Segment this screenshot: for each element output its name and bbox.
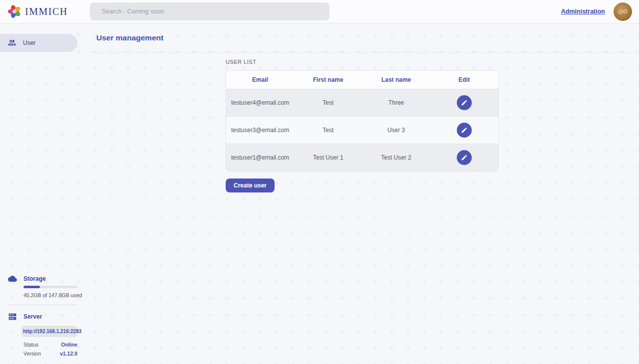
administration-link[interactable]: Administration <box>561 8 605 15</box>
people-icon <box>7 38 16 47</box>
cell-last-name: User 3 <box>362 116 430 144</box>
cell-first-name: Test <box>294 89 362 116</box>
server-icon <box>8 312 17 321</box>
user-avatar[interactable] <box>614 2 632 21</box>
pencil-icon <box>461 99 468 106</box>
cell-email: testuser3@email.com <box>226 116 294 144</box>
storage-section: Storage 45.2GB of 147.8GB used <box>8 275 77 298</box>
column-header-first-name: First name <box>294 71 362 89</box>
table-row: testuser3@email.com Test User 3 <box>226 116 498 144</box>
create-user-button[interactable]: Create user <box>226 179 275 192</box>
status-value: Online <box>61 342 77 348</box>
top-navbar: IMMICH Administration <box>0 0 639 23</box>
storage-progress-fill <box>23 286 40 288</box>
pencil-icon <box>461 154 468 161</box>
table-row: testuser4@email.com Test Three <box>226 89 498 116</box>
edit-user-button[interactable] <box>457 123 472 138</box>
server-url-link[interactable]: http://192.168.1.216:2283 <box>21 326 77 337</box>
brand-wordmark: IMMICH <box>25 6 68 17</box>
storage-usage-text: 45.2GB of 147.8GB used <box>23 292 77 298</box>
cell-email: testuser1@email.com <box>226 144 294 171</box>
immich-flower-logo-icon <box>8 5 21 18</box>
admin-sidebar: User Storage <box>0 23 85 364</box>
footer-divider <box>8 305 77 305</box>
server-title: Server <box>23 313 42 320</box>
brand-logo[interactable]: IMMICH <box>8 5 90 18</box>
sidebar-footer: Storage 45.2GB of 147.8GB used <box>0 275 85 357</box>
server-section: Server http://192.168.1.216:2283 Status … <box>8 312 77 357</box>
column-header-last-name: Last name <box>362 71 430 89</box>
user-table-card: Email First name Last name Edit testuser… <box>226 70 499 172</box>
cell-edit <box>430 116 498 144</box>
server-status-row: Status Online <box>23 342 77 348</box>
main-panel: User management USER LIST Email First na… <box>85 23 639 364</box>
user-table: Email First name Last name Edit testuser… <box>226 71 498 171</box>
version-value: v1.12.0 <box>60 351 77 357</box>
table-header-row: Email First name Last name Edit <box>226 71 498 89</box>
edit-user-button[interactable] <box>457 95 472 110</box>
server-version-row: Version v1.12.0 <box>23 351 77 357</box>
pencil-icon <box>461 127 468 134</box>
sidebar-item-user[interactable]: User <box>0 34 77 52</box>
sidebar-item-label: User <box>23 39 35 46</box>
page-title: User management <box>96 33 163 42</box>
cell-last-name: Three <box>362 89 430 116</box>
cell-first-name: Test User 1 <box>294 144 362 171</box>
storage-progress-bar <box>23 286 77 288</box>
immich-admin-app: IMMICH Administration <box>0 0 639 364</box>
column-header-edit: Edit <box>430 71 498 89</box>
user-list-content: USER LIST Email First name Last name Edi… <box>226 53 499 192</box>
column-header-email: Email <box>226 71 294 89</box>
cell-last-name: Test User 2 <box>362 144 430 171</box>
storage-title: Storage <box>23 275 46 282</box>
cloud-icon <box>8 275 17 282</box>
app-body: User Storage <box>0 23 639 364</box>
cell-edit <box>430 144 498 171</box>
section-label: USER LIST <box>226 59 499 65</box>
cell-first-name: Test <box>294 116 362 144</box>
version-label: Version <box>23 351 41 357</box>
navbar-right: Administration <box>561 2 632 21</box>
cell-email: testuser4@email.com <box>226 89 294 116</box>
title-bar: User management <box>85 23 639 53</box>
edit-user-button[interactable] <box>457 150 472 165</box>
search-input[interactable] <box>90 2 329 20</box>
status-label: Status <box>23 342 38 348</box>
table-row: testuser1@email.com Test User 1 Test Use… <box>226 144 498 171</box>
cell-edit <box>430 89 498 116</box>
glasses-on-wood-photo <box>617 8 629 15</box>
